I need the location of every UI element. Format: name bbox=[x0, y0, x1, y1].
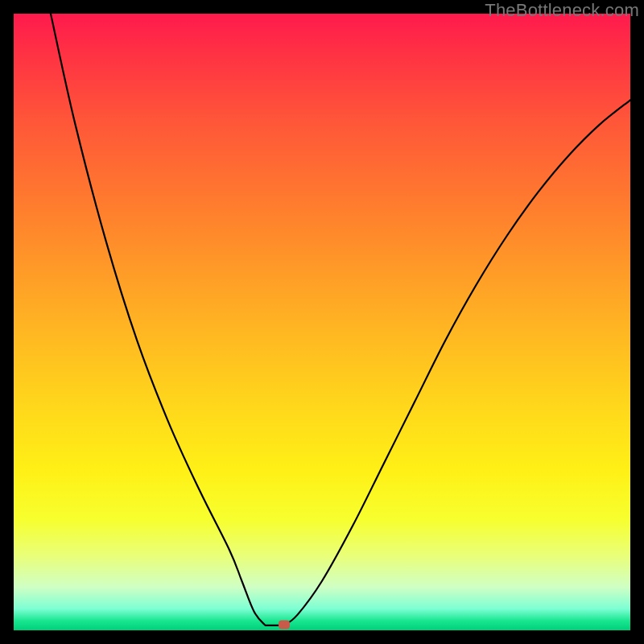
optimum-marker bbox=[279, 621, 290, 630]
chart-frame bbox=[14, 14, 630, 630]
watermark-text: TheBottleneck.com bbox=[485, 0, 639, 21]
bottleneck-curve bbox=[14, 14, 630, 630]
